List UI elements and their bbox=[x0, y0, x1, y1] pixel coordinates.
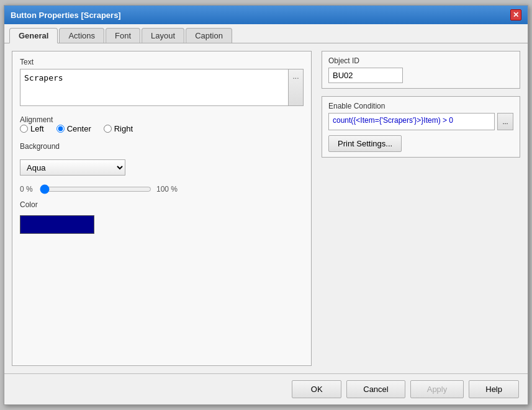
apply-button[interactable]: Apply bbox=[410, 380, 464, 398]
align-left-radio[interactable] bbox=[20, 125, 28, 133]
condition-text: count({<Item={'Scrapers'}>}Item) > 0 bbox=[328, 113, 495, 130]
align-center-option[interactable]: Center bbox=[56, 124, 91, 133]
tab-content: Text ... Alignment Left bbox=[4, 43, 528, 373]
color-section: Color bbox=[20, 200, 304, 234]
align-center-label: Center bbox=[67, 124, 91, 133]
alignment-radio-group: Left Center Right bbox=[20, 124, 304, 133]
text-section: Text ... bbox=[20, 58, 304, 106]
main-panel: Text ... Alignment Left bbox=[12, 51, 520, 366]
tab-actions[interactable]: Actions bbox=[59, 28, 104, 43]
dialog: Button Properties [Scrapers] ✕ General A… bbox=[4, 5, 528, 405]
cancel-button[interactable]: Cancel bbox=[346, 380, 405, 398]
text-label: Text bbox=[20, 58, 304, 66]
help-button[interactable]: Help bbox=[469, 380, 519, 398]
dialog-title: Button Properties [Scrapers] bbox=[11, 11, 121, 20]
object-id-box: Object ID bbox=[322, 51, 520, 89]
align-left-option[interactable]: Left bbox=[20, 124, 44, 133]
close-button[interactable]: ✕ bbox=[510, 9, 521, 20]
tab-layout[interactable]: Layout bbox=[142, 28, 184, 43]
align-right-label: Right bbox=[114, 124, 133, 133]
condition-input-row: count({<Item={'Scrapers'}>}Item) > 0 ... bbox=[328, 113, 513, 130]
footer: OK Cancel Apply Help bbox=[4, 373, 528, 404]
tab-caption[interactable]: Caption bbox=[186, 28, 232, 43]
object-id-label: Object ID bbox=[328, 56, 513, 65]
enable-condition-box: Enable Condition count({<Item={'Scrapers… bbox=[322, 96, 520, 158]
background-row: Aqua None Blue Green Red bbox=[20, 159, 304, 176]
background-section: Background Aqua None Blue Green Red 0 % bbox=[20, 142, 304, 234]
align-right-radio[interactable] bbox=[104, 125, 112, 133]
background-select[interactable]: Aqua None Blue Green Red bbox=[20, 159, 125, 176]
condition-browse-button[interactable]: ... bbox=[497, 113, 513, 130]
color-label: Color bbox=[20, 200, 304, 209]
transparency-slider-container bbox=[40, 183, 151, 195]
alignment-section: Alignment Left Center Right bbox=[20, 115, 304, 133]
background-label: Background bbox=[20, 142, 304, 151]
print-settings-button[interactable]: Print Settings... bbox=[328, 135, 402, 152]
title-bar: Button Properties [Scrapers] ✕ bbox=[4, 6, 528, 24]
close-icon: ✕ bbox=[513, 11, 519, 19]
transparency-slider[interactable] bbox=[40, 183, 151, 195]
tabs-bar: General Actions Font Layout Caption bbox=[4, 24, 528, 43]
color-swatch[interactable] bbox=[20, 215, 94, 234]
object-id-input[interactable] bbox=[328, 68, 403, 83]
tab-font[interactable]: Font bbox=[106, 28, 140, 43]
left-panel: Text ... Alignment Left bbox=[12, 51, 312, 366]
align-left-label: Left bbox=[30, 124, 44, 133]
align-right-option[interactable]: Right bbox=[104, 124, 133, 133]
align-center-radio[interactable] bbox=[56, 125, 65, 133]
text-input[interactable] bbox=[20, 69, 289, 106]
transparency-row: 0 % 100 % bbox=[20, 183, 304, 195]
enable-condition-label: Enable Condition bbox=[328, 102, 513, 110]
text-browse-button[interactable]: ... bbox=[289, 69, 304, 106]
text-area-container: ... bbox=[20, 69, 304, 106]
transparency-max: 100 % bbox=[156, 185, 178, 194]
transparency-min: 0 % bbox=[20, 185, 35, 194]
ok-button[interactable]: OK bbox=[292, 380, 341, 398]
alignment-label: Alignment bbox=[20, 115, 53, 124]
right-panel: Object ID Enable Condition count({<Item=… bbox=[322, 51, 520, 366]
tab-general[interactable]: General bbox=[9, 28, 58, 43]
